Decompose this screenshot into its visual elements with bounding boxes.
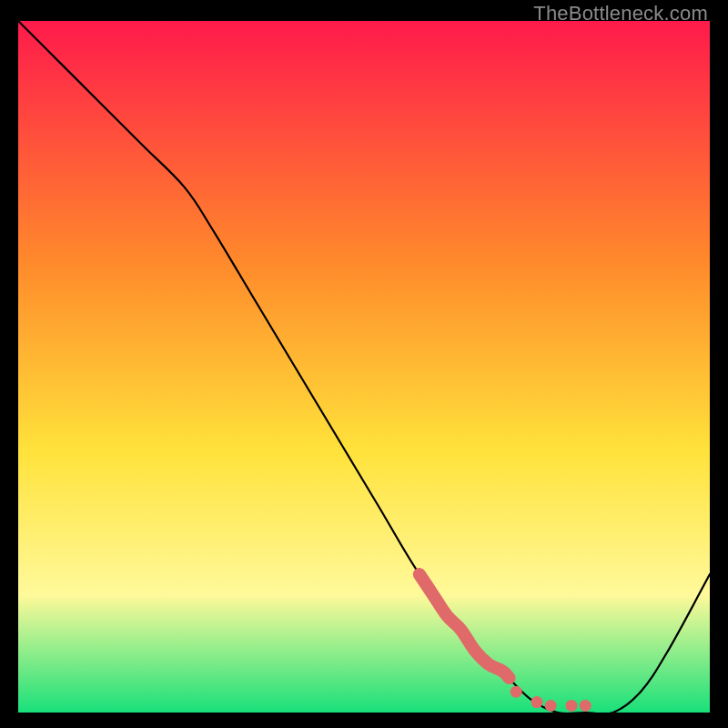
highlight-dot (580, 700, 592, 712)
watermark-text: TheBottleneck.com (533, 2, 708, 25)
highlight-dot (566, 700, 578, 712)
highlight-dot (511, 686, 522, 698)
highlight-dot (545, 700, 557, 712)
highlight-dot (531, 696, 543, 708)
chart-frame (18, 21, 710, 713)
bottleneck-chart (18, 21, 710, 713)
